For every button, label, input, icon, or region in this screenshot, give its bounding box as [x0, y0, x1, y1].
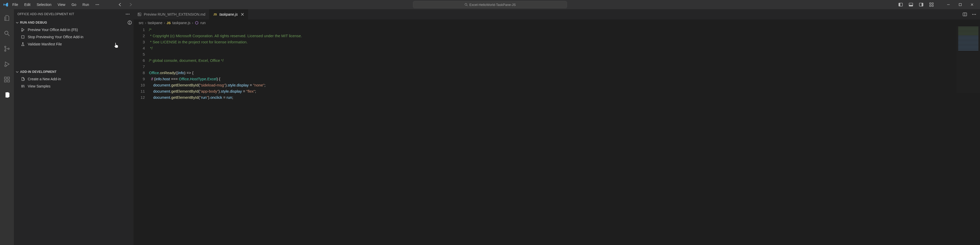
editor-tabs: Preview RUN_WITH_EXTENSION.md JS taskpan… — [134, 9, 980, 19]
tab-preview-md[interactable]: Preview RUN_WITH_EXTENSION.md — [134, 9, 209, 19]
activity-explorer-icon[interactable] — [1, 12, 13, 24]
line-number: 3 — [134, 39, 145, 45]
breadcrumb-src[interactable]: src — [139, 21, 143, 25]
svg-point-45 — [972, 14, 973, 14]
line-number: 4 — [134, 45, 145, 51]
code-editor[interactable]: 1 2 3 4 5 6 7 8 9 10 11 12 /* * Copyrigh… — [134, 26, 980, 245]
line-number: 12 — [134, 95, 145, 101]
activity-office-addins-icon[interactable] — [1, 89, 13, 101]
svg-rect-13 — [930, 5, 931, 7]
stop-preview-label: Stop Previewing Your Office Add-in — [28, 35, 83, 39]
breadcrumb-taskpane-folder[interactable]: taskpane — [148, 21, 162, 25]
line-number: 1 — [134, 27, 145, 33]
menu-selection[interactable]: Selection — [34, 2, 54, 8]
layout-sidebar-left-icon[interactable] — [898, 2, 903, 7]
svg-rect-34 — [129, 22, 130, 24]
nav-arrows — [117, 2, 133, 8]
svg-rect-36 — [22, 36, 24, 38]
svg-rect-16 — [959, 3, 961, 6]
svg-rect-12 — [932, 3, 934, 4]
editor-more-icon[interactable] — [972, 12, 977, 17]
breadcrumb-separator-icon: › — [145, 21, 146, 25]
window-controls — [942, 0, 978, 9]
line-number: 7 — [134, 63, 145, 70]
svg-point-35 — [22, 30, 23, 32]
breadcrumbs[interactable]: src › taskpane › JS taskpane.js › run — [134, 19, 980, 26]
minimap[interactable] — [956, 26, 980, 93]
activity-search-icon[interactable] — [1, 27, 13, 40]
breadcrumb-taskpane-file[interactable]: taskpane.js — [172, 21, 191, 25]
activity-bar — [0, 9, 14, 245]
svg-point-46 — [974, 14, 974, 14]
nav-forward-icon[interactable] — [128, 2, 133, 8]
menu-view[interactable]: View — [55, 2, 68, 8]
menu-bar: File Edit Selection View Go Run — [0, 2, 102, 8]
svg-rect-37 — [138, 13, 141, 16]
window-minimize-icon[interactable] — [942, 0, 954, 9]
tab-taskpane-js[interactable]: JS taskpane.js — [209, 9, 248, 19]
svg-point-23 — [8, 48, 9, 49]
window-close-icon[interactable] — [966, 0, 978, 9]
view-samples-label: View Samples — [28, 84, 50, 88]
activity-run-debug-icon[interactable] — [1, 58, 13, 70]
validate-manifest-item[interactable]: Validate Manifest File — [14, 41, 134, 48]
svg-point-1 — [97, 4, 98, 5]
preview-addin-label: Preview Your Office Add-in (F5) — [28, 28, 78, 32]
stop-preview-item[interactable]: Stop Previewing Your Office Add-in — [14, 33, 134, 41]
svg-rect-38 — [138, 13, 140, 14]
section-run-and-debug[interactable]: RUN AND DEBUG — [14, 19, 134, 26]
vscode-logo-icon — [3, 2, 9, 8]
line-number: 11 — [134, 88, 145, 95]
activity-source-control-icon[interactable] — [1, 43, 13, 55]
new-file-icon — [21, 77, 25, 81]
tab-preview-md-label: Preview RUN_WITH_EXTENSION.md — [144, 12, 205, 16]
validate-manifest-label: Validate Manifest File — [28, 42, 62, 46]
layout-panel-icon[interactable] — [908, 2, 913, 7]
window-maximize-icon[interactable] — [954, 0, 966, 9]
menu-run[interactable]: Run — [80, 2, 92, 8]
breadcrumb-separator-icon: › — [192, 21, 193, 25]
menu-go[interactable]: Go — [69, 2, 79, 8]
command-center-search[interactable]: Excel-HelloWorld-TaskPane-JS — [413, 1, 567, 8]
nav-back-icon[interactable] — [117, 2, 123, 8]
preview-addin-item[interactable]: Preview Your Office Add-in (F5) — [14, 26, 134, 33]
sidebar-more-icon[interactable] — [125, 12, 130, 16]
create-addin-item[interactable]: Create a New Add-in — [14, 76, 134, 82]
svg-point-0 — [95, 4, 96, 5]
tab-close-icon[interactable] — [241, 13, 244, 16]
stop-icon — [21, 35, 25, 39]
svg-rect-11 — [930, 3, 931, 4]
info-icon[interactable] — [127, 20, 132, 25]
line-number: 9 — [134, 76, 145, 82]
section-run-and-debug-label: RUN AND DEBUG — [20, 21, 47, 24]
symbol-method-icon — [195, 21, 199, 25]
beaker-icon — [21, 42, 25, 46]
view-samples-item[interactable]: View Samples — [14, 82, 134, 90]
line-number: 8 — [134, 70, 145, 76]
svg-point-3 — [465, 3, 467, 5]
svg-rect-26 — [4, 80, 6, 82]
split-editor-icon[interactable] — [963, 12, 967, 17]
svg-point-2 — [98, 4, 99, 5]
section-addin-development[interactable]: ADD-IN DEVELOPMENT — [14, 68, 134, 76]
sidebar-title: OFFICE ADD-INS DEVELOPMENT KIT — [14, 9, 134, 19]
svg-rect-10 — [922, 3, 923, 6]
debug-start-icon — [21, 28, 25, 32]
layout-customize-icon[interactable] — [929, 2, 934, 7]
library-icon — [21, 84, 25, 88]
svg-rect-14 — [932, 5, 934, 7]
svg-point-47 — [975, 14, 976, 14]
menu-overflow-icon[interactable] — [93, 2, 102, 8]
chevron-down-icon — [16, 70, 19, 74]
line-number: 6 — [134, 57, 145, 63]
code-body[interactable]: /* * Copyright (c) Microsoft Corporation… — [149, 27, 980, 245]
breadcrumb-separator-icon: › — [164, 21, 165, 25]
activity-extensions-icon[interactable] — [1, 73, 13, 86]
svg-point-22 — [5, 50, 6, 51]
section-addin-development-label: ADD-IN DEVELOPMENT — [20, 70, 57, 74]
breadcrumb-run-symbol[interactable]: run — [200, 21, 205, 25]
menu-file[interactable]: File — [10, 2, 21, 8]
layout-sidebar-right-icon[interactable] — [919, 2, 923, 7]
chevron-down-icon — [16, 21, 19, 24]
menu-edit[interactable]: Edit — [22, 2, 33, 8]
